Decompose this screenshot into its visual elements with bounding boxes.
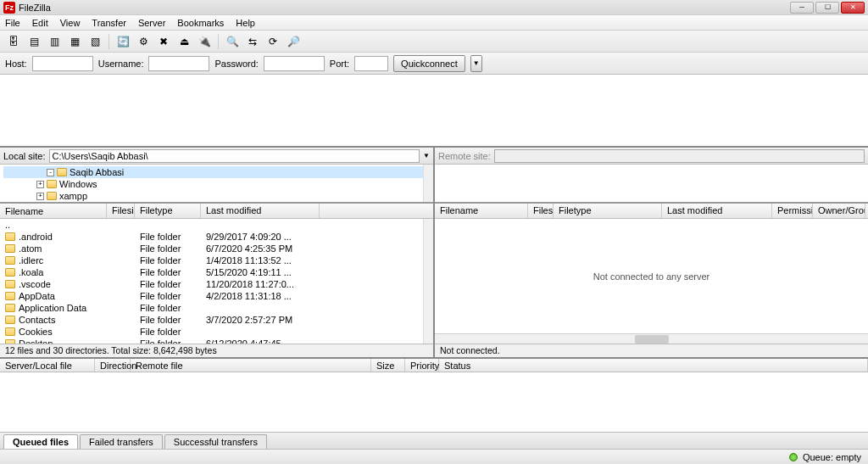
tree-item[interactable]: +xampp [3, 190, 430, 202]
scrollbar[interactable] [423, 165, 433, 202]
tree-item[interactable]: +E: [3, 202, 430, 204]
tree-expander-icon[interactable]: + [36, 193, 44, 200]
quickconnect-dropdown[interactable]: ▼ [470, 55, 482, 72]
file-modified: 6/12/2020 4:47:45 ... [201, 338, 320, 344]
menu-bookmarks[interactable]: Bookmarks [177, 18, 224, 28]
file-type: File folder [135, 267, 201, 277]
close-button[interactable]: ✕ [841, 2, 865, 14]
queue-tabs: Queued filesFailed transfersSuccessful t… [0, 432, 868, 449]
cancel-icon[interactable]: ✖ [155, 33, 172, 50]
find-icon[interactable]: 🔎 [285, 33, 302, 50]
tree-item[interactable]: -Saqib Abbasi [3, 166, 430, 178]
list-item[interactable]: .idlercFile folder1/4/2018 11:13:52 ... [0, 254, 433, 266]
local-status: 12 files and 30 directories. Total size:… [0, 344, 433, 357]
folder-icon [5, 256, 15, 265]
port-input[interactable] [354, 56, 388, 71]
app-logo-icon: Fz [3, 2, 15, 14]
layout3-icon[interactable]: ▦ [66, 33, 83, 50]
file-type: File folder [135, 338, 201, 344]
password-input[interactable] [264, 56, 325, 71]
col-status[interactable]: Status [439, 359, 868, 372]
list-item[interactable]: .androidFile folder9/29/2017 4:09:20 ... [0, 231, 433, 243]
file-name: .vscode [19, 279, 51, 289]
layout1-icon[interactable]: ▤ [25, 33, 42, 50]
queue-status-icon [789, 453, 798, 461]
file-name: Application Data [19, 303, 86, 313]
username-label: Username: [98, 59, 144, 69]
sitemanager-icon[interactable]: 🗄 [5, 33, 22, 50]
toolbar-separator [108, 34, 109, 49]
compare-icon[interactable]: ⇆ [244, 33, 261, 50]
layout4-icon[interactable]: ▧ [86, 33, 103, 50]
list-item[interactable]: .koalaFile folder5/15/2020 4:19:11 ... [0, 266, 433, 278]
local-file-list[interactable]: ...androidFile folder9/29/2017 4:09:20 .… [0, 219, 433, 344]
list-item[interactable]: DesktopFile folder6/12/2020 4:47:45 ... [0, 338, 433, 344]
file-type: File folder [135, 232, 201, 242]
file-name: .atom [19, 243, 42, 254]
quickconnect-button[interactable]: Quickconnect [393, 55, 465, 72]
sync-icon[interactable]: ⟳ [264, 33, 281, 50]
queue-list[interactable] [0, 372, 868, 432]
tree-item[interactable]: +Windows [3, 178, 430, 190]
col-direction[interactable]: Direction [95, 359, 131, 372]
minimize-button[interactable]: ─ [790, 2, 814, 14]
menu-transfer[interactable]: Transfer [92, 18, 126, 28]
col-modified[interactable]: Last modified [662, 204, 772, 218]
file-modified: 1/4/2018 11:13:52 ... [201, 255, 320, 266]
col-filesize[interactable]: Filesize [107, 204, 135, 218]
list-item[interactable]: .. [0, 219, 433, 231]
tab-failed-transfers[interactable]: Failed transfers [80, 434, 163, 449]
col-filetype[interactable]: Filetype [554, 204, 662, 218]
menu-server[interactable]: Server [138, 18, 165, 28]
menu-edit[interactable]: Edit [32, 18, 48, 28]
tree-item-label: E: [49, 203, 58, 204]
remote-hscrollbar[interactable] [435, 333, 868, 344]
list-item[interactable]: CookiesFile folder [0, 326, 433, 338]
col-modified[interactable]: Last modified [201, 204, 320, 218]
scrollbar[interactable] [423, 219, 433, 344]
file-name: .idlerc [19, 255, 43, 266]
menu-help[interactable]: Help [236, 18, 255, 28]
col-server-local[interactable]: Server/Local file [0, 359, 95, 372]
process-icon[interactable]: ⚙ [135, 33, 152, 50]
message-log[interactable] [0, 75, 868, 148]
col-priority[interactable]: Priority [405, 359, 439, 372]
col-filetype[interactable]: Filetype [135, 204, 201, 218]
col-size[interactable]: Size [371, 359, 405, 372]
menubar: FileEditViewTransferServerBookmarksHelp [0, 15, 868, 31]
local-path-input[interactable] [49, 149, 420, 163]
host-label: Host: [5, 59, 27, 69]
col-filesize[interactable]: Filesize [528, 204, 554, 218]
list-item[interactable]: Application DataFile folder [0, 302, 433, 314]
col-permissions[interactable]: Permissions [772, 204, 813, 218]
host-input[interactable] [32, 56, 93, 71]
file-type: File folder [135, 279, 201, 289]
disconnect-icon[interactable]: ⏏ [175, 33, 192, 50]
tree-expander-icon[interactable]: + [36, 181, 44, 188]
list-item[interactable]: .atomFile folder6/7/2020 4:25:35 PM [0, 243, 433, 254]
tab-queued-files[interactable]: Queued files [3, 434, 78, 449]
folder-icon [5, 268, 15, 277]
menu-file[interactable]: File [5, 18, 20, 28]
col-filename[interactable]: Filename [435, 204, 528, 218]
file-type: File folder [135, 315, 201, 325]
refresh-icon[interactable]: 🔄 [114, 33, 131, 50]
local-tree[interactable]: -Saqib Abbasi+Windows+xampp+E: [0, 165, 433, 204]
maximize-button[interactable]: ☐ [815, 2, 839, 14]
filter-icon[interactable]: 🔍 [224, 33, 241, 50]
folder-icon [5, 316, 15, 324]
file-type: File folder [135, 243, 201, 254]
layout2-icon[interactable]: ▥ [46, 33, 63, 50]
list-item[interactable]: .vscodeFile folder11/20/2018 11:27:0... [0, 278, 433, 290]
col-remote-file[interactable]: Remote file [131, 359, 371, 372]
menu-view[interactable]: View [60, 18, 81, 28]
col-filename[interactable]: Filename [0, 204, 107, 218]
tab-successful-transfers[interactable]: Successful transfers [164, 434, 267, 449]
tree-expander-icon[interactable]: - [47, 169, 54, 176]
list-item[interactable]: AppDataFile folder4/2/2018 11:31:18 ... [0, 290, 433, 302]
list-item[interactable]: ContactsFile folder3/7/2020 2:57:27 PM [0, 314, 433, 326]
col-owner[interactable]: Owner/Group [813, 204, 865, 218]
local-path-dropdown-icon[interactable]: ▼ [423, 152, 430, 159]
reconnect-icon[interactable]: 🔌 [196, 33, 213, 50]
username-input[interactable] [148, 56, 209, 71]
